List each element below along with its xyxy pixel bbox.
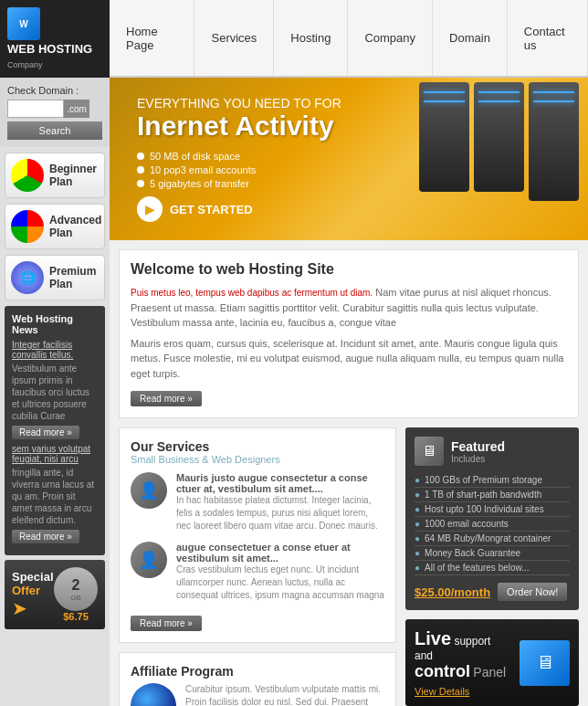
featured-price: $25.00/month [415,585,490,599]
service-avatar-1: 👤 [131,472,167,509]
special-gb-info: 2 GB $6.75 [54,567,98,622]
content-area: EVERYTHING YOU NEED TO FOR Inernet Activ… [110,78,588,706]
featured-includes: Includes [451,454,505,464]
news-link-1[interactable]: Integer facilisis convallis tellus. [12,340,98,360]
plan-premium-label: Premium Plan [49,265,99,290]
hero-banner: EVERYTHING YOU NEED TO FOR Inernet Activ… [110,78,588,240]
get-started-label: GET STARTED [170,203,253,216]
service-avatar-2: 👤 [131,542,167,578]
news-text-2: fringilla ante, id viverra urna lacus at… [12,467,98,526]
feature-bullet-2: ● [415,490,420,500]
affiliate-title: Affiliate Program [131,664,384,679]
and-word: and [415,649,506,662]
featured-cta-row: $25.00/month Order Now! [415,575,570,601]
play-icon: ▶ [145,202,155,216]
read-more-btn-1[interactable]: Read more » [12,426,79,439]
premium-plan-icon: 🌐 [11,261,44,294]
feature-text-2: 1 TB of shart-path bandwidth [425,490,541,500]
logo-subtext: Company [7,60,43,69]
header: W WEB HOSTING Company Home Page Services… [0,0,588,78]
server-tower-2 [474,82,524,192]
nav-hosting[interactable]: Hosting [274,0,348,76]
advanced-plan-icon [11,210,44,243]
special-offer-section: Special Offer ➤ 2 GB $6.75 [5,560,105,629]
news-text-1: Vestibulum ante ipsum primis in faucibus… [12,363,98,422]
hero-main-title: Inernet Activity [137,111,341,142]
services-title: Our Services [131,439,384,454]
support-word: support [454,635,490,648]
service-text-1: In hac habitasse platea dictumst. Intege… [176,494,384,532]
domain-check-row: .com [7,100,102,118]
special-title-text: Special [12,570,54,584]
live-support-image: 🖥 [520,640,570,686]
main-nav: Home Page Services Hosting Company Domai… [110,0,588,78]
domain-check-label: Check Domain : [7,85,102,96]
nav-domain[interactable]: Domain [433,0,508,76]
bullet-dot-2 [137,166,144,174]
feature-text-6: Money Back Guarantee [425,548,520,558]
special-text: Special Offer ➤ [12,570,54,619]
plan-beginner[interactable]: Beginner Plan [5,153,105,198]
gb-circle: 2 GB [54,567,98,611]
feature-item-3: ● Host upto 100 Individual sites [415,502,570,517]
services-section: Our Services Small Business & Web Design… [119,427,396,643]
order-now-button[interactable]: Order Now! [498,583,567,601]
special-price: $6.75 [63,611,89,622]
and-text: and [415,649,433,662]
mid-right: 🖥 Featured Includes ● 100 GBs of Premium… [405,427,579,706]
nav-home[interactable]: Home Page [110,0,194,76]
plan-premium[interactable]: 🌐 Premium Plan [5,255,105,300]
special-title: Special Offer [12,570,54,597]
server-tower-1 [419,82,469,192]
bullet-dot-1 [137,153,144,160]
read-more-btn-2[interactable]: Read more » [12,530,79,543]
panel-word: Panel [473,665,506,680]
control-row: control Panel [415,662,506,681]
hero-bullet-text-2: 10 pop3 email accounts [150,164,256,175]
featured-title: Featured [451,439,505,454]
plan-beginner-label: Beginner Plan [49,163,99,188]
feature-bullet-6: ● [415,548,420,558]
bullet-dot-3 [137,180,144,187]
feature-text-4: 1000 email accounts [425,519,509,529]
welcome-section: Welcome to web Hosting Site Puis metus l… [119,249,579,418]
feature-text-7: All of the features below... [425,563,530,573]
services-read-more[interactable]: Read more » [131,616,202,631]
services-subtitle: Small Business & Web Designers [131,454,384,465]
live-support-text: Live support and control Panel View Deta… [415,628,506,697]
logo-line1: WEB HOSTING [7,42,92,56]
view-details-button[interactable]: View Details [415,686,506,697]
nav-company[interactable]: Company [348,0,433,76]
service-item-1: 👤 Mauris justo augue consectetur a conse… [131,472,384,532]
welcome-read-more[interactable]: Read more » [131,391,202,406]
hero-bullet-2: 10 pop3 email accounts [137,164,341,175]
service-item-2: 👤 augue consectetuer a conse etuer at ve… [131,542,384,602]
hero-servers [419,82,579,201]
logo-icon: W [7,7,40,40]
server-tower-3 [529,82,579,201]
news-link-2[interactable]: sem varius volutpat feugiat, nisi arcu [12,444,98,464]
control-word: control [415,662,470,680]
service-title-1: Mauris justo augue consectetur a conse c… [176,472,384,494]
nav-services[interactable]: Services [194,0,274,76]
welcome-para2: Mauris eros quam, cursus quis, scelerisq… [131,336,567,382]
nav-contact[interactable]: Contact us [508,0,588,76]
gb-number: 2 [72,577,80,594]
live-support-section: Live support and control Panel View Deta… [405,619,579,706]
plan-advanced[interactable]: Advanced Plan [5,204,105,249]
news-title: Web Hosting News [12,313,98,335]
domain-check-section: Check Domain : .com Search [0,78,110,147]
featured-icon: 🖥 [415,437,444,466]
search-button[interactable]: Search [7,121,102,140]
main-wrap: Check Domain : .com Search Beginner Plan… [0,78,588,706]
feature-bullet-3: ● [415,504,420,514]
feature-item-4: ● 1000 email accounts [415,517,570,532]
gb-label: GB [70,594,81,602]
feature-text-5: 64 MB Ruby/Mongrat container [425,533,551,543]
affiliate-text: Curabitur ipsum. Vestibulum vulputate ma… [185,683,384,706]
feature-text-1: 100 GBs of Premium storage [425,475,542,485]
feature-item-5: ● 64 MB Ruby/Mongrat container [415,532,570,546]
domain-input[interactable] [7,100,64,118]
get-started-button[interactable]: ▶ GET STARTED [137,196,341,222]
globe-icon [131,683,176,706]
